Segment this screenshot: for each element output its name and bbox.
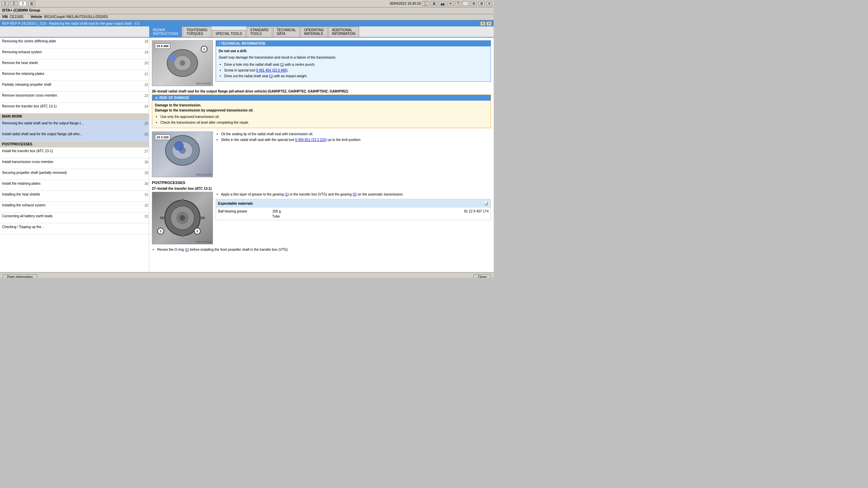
sidebar-item-install-retaining[interactable]: Install the retaining plates 30: [0, 180, 149, 191]
sidebar-item-install-cross[interactable]: Install transmission cross member. 28: [0, 158, 149, 169]
step-26-content: Oil the sealing lip of the radial shaft …: [216, 131, 491, 143]
sidebar-item-num: 29: [138, 170, 148, 175]
tab-additional-information[interactable]: ADDITIONALINFORMATION: [328, 26, 359, 37]
tab-tightening-torques[interactable]: TIGHTENINGTORQUES: [183, 26, 211, 37]
sidebar-item-label: Install transmission cross member.: [2, 160, 138, 164]
image-26-label: RB24 00468: [196, 173, 211, 176]
sidebar-item-label: Install the retaining plates: [2, 181, 138, 186]
help-icon-btn[interactable]: ?: [455, 1, 460, 6]
exp-materials-row: Ball bearing grease 100 g.Tube 81 22 9 4…: [216, 207, 491, 220]
window-tab-1[interactable]: 1: [1, 1, 9, 6]
maximize-icon-btn[interactable]: ⬜: [462, 1, 469, 6]
vehicle-label: Vehicle 8/G16/Coupé/ /N63,/AUTO/US/LL/20…: [31, 15, 108, 19]
sidebar-item-label: Partially releasing propeller shaft: [2, 82, 138, 87]
tab-special-tools[interactable]: SPECIAL TOOLS: [212, 30, 246, 37]
sidebar-item-install-heat-shields[interactable]: Installing the heat shields 31: [0, 191, 149, 202]
sidebar-item-num: 23: [138, 93, 148, 98]
sidebar-item-install-transfer[interactable]: Install the transfer box (ATC 13-1) 27: [0, 147, 149, 158]
sidebar-item-checking-topping[interactable]: Checking / Topping up the…: [0, 223, 149, 234]
sidebar-item-label: Install the transfer box (ATC 13-1): [2, 149, 138, 153]
image-25-label: RB24 00467: [196, 82, 211, 85]
sidebar-item-transmission-cross[interactable]: Remove transmission cross member. 23: [0, 92, 149, 103]
sidebar-item-remove-seal[interactable]: Removing the radial shaft seal for the o…: [0, 120, 149, 130]
pen-icon-btn[interactable]: ✏: [448, 1, 454, 6]
step-26-title: 26–Install radial shaft seal for the out…: [152, 89, 491, 93]
sidebar-item-label: Removing the radial shaft seal for the o…: [2, 121, 138, 125]
tab-repair-instructions[interactable]: REPAIRINSTRUCTIONS: [149, 26, 182, 37]
step-26-bullets: Oil the sealing lip of the radial shaft …: [221, 131, 491, 142]
risk-line-2: Damage to the transmission by unapproved…: [155, 108, 488, 113]
section-postprocesses: POSTPROCESSES: [0, 141, 149, 147]
step-27-title: 27–Install the transfer box (ATC 13-1): [152, 187, 491, 190]
sidebar-item-num: 22: [138, 82, 148, 87]
new-tab-button[interactable]: ⊞: [28, 1, 35, 6]
sidebar-item-heat-shield[interactable]: Remove the heat shield 20: [0, 59, 149, 70]
step-26-bullet-2: Strike in the radial shaft seal with the…: [221, 137, 491, 142]
sidebar-item-num: 26: [138, 132, 148, 136]
tech-steps-list: Drive a hole into the radial shaft seal …: [224, 62, 488, 79]
sidebar-item-label: Installing the exhaust system: [2, 203, 138, 207]
sidebar-item-num: 33: [138, 214, 148, 218]
step-25-image: 23 0 490 1 RB24 00467: [152, 40, 213, 86]
ref-27-1[interactable]: 1: [286, 192, 288, 196]
tab-operating-materials[interactable]: OPERATINGMATERIALS: [300, 26, 328, 37]
tab-technical-data[interactable]: TECHNICALDATA: [273, 26, 300, 37]
settings-b-btn[interactable]: ⚙: [478, 1, 485, 6]
svg-point-11: [180, 215, 185, 221]
tab-standard-tools[interactable]: STANDARDTOOLS: [246, 26, 272, 37]
risk-bullet-1: Use only the approved transmission oil.: [160, 114, 488, 119]
doc-title-nav: < >: [480, 21, 492, 26]
step-28-preview: Renew the O-ring (1) before installing t…: [152, 248, 491, 251]
risk-line-1: Damage to the transmission.: [155, 103, 488, 108]
ref-28-1[interactable]: 1: [186, 248, 188, 251]
sidebar-item-num: 30: [138, 181, 148, 186]
image-27-label: RB27 00218: [196, 240, 211, 243]
svg-rect-12: [181, 199, 184, 203]
sidebar-item-label: Remove the transfer box (ATC 13-1): [2, 104, 138, 108]
sidebar-item-label: Installing the heat shields: [2, 192, 138, 197]
sidebar[interactable]: Removing the centre stiffening plate 18 …: [0, 38, 149, 272]
tool-link-490[interactable]: 0 491 454 (23 0 490): [256, 68, 288, 72]
sidebar-item-label: Removing the centre stiffening plate: [2, 39, 138, 43]
title-bar-left: 1 2 3 ⊞: [1, 1, 35, 6]
sidebar-item-exhaust[interactable]: Removing exhaust system 19: [0, 48, 149, 59]
sidebar-item-transfer-box-remove[interactable]: Remove the transfer box (ATC 13-1) 24: [0, 103, 149, 114]
exp-info-icon: 📊: [484, 200, 489, 206]
monitor-icon-btn[interactable]: 🖥: [431, 1, 437, 6]
tool-badge-25: 23 0 490: [155, 43, 170, 49]
sidebar-item-propeller[interactable]: Partially releasing propeller shaft 22: [0, 81, 149, 92]
tech-warning: Do not use a drill.: [219, 48, 488, 54]
sidebar-item-num: 21: [138, 72, 148, 76]
sidebar-item-label: Remove the heat shield: [2, 61, 138, 65]
next-arrow-btn[interactable]: >: [486, 21, 492, 26]
info-box-body: Do not use a drill. Swarf may damage the…: [216, 46, 491, 81]
parts-information-button[interactable]: Parts information: [3, 274, 37, 278]
tech-note: Swarf may damage the transmission and re…: [219, 55, 488, 60]
home-icon-btn[interactable]: 🏠: [422, 1, 429, 6]
camera-icon-btn[interactable]: 📷: [439, 1, 446, 6]
window-tab-2[interactable]: 2: [10, 1, 18, 6]
exp-materials-title: Expendable materials: [218, 201, 253, 206]
sidebar-item-centre-stiffening[interactable]: Removing the centre stiffening plate 18: [0, 38, 149, 48]
ref-27-2[interactable]: 2: [354, 192, 356, 196]
sidebar-item-num: 24: [138, 104, 148, 108]
sidebar-item-install-seal[interactable]: Install radial shaft seal for the output…: [0, 130, 149, 141]
content-area[interactable]: 23 0 490 1 RB24 00467 i TECHNICAL INFORM…: [149, 38, 494, 272]
sidebar-item-install-exhaust[interactable]: Installing the exhaust system 32: [0, 202, 149, 212]
close-button[interactable]: Close: [473, 274, 491, 278]
app-title: ISTA+ (C)BMW Group: [2, 8, 40, 12]
settings-a-btn[interactable]: ⚙: [471, 1, 477, 6]
sidebar-item-retaining-plates[interactable]: Remove the retaining plates 21: [0, 70, 149, 81]
sidebar-item-num: 20: [138, 61, 148, 65]
ref-1b-link[interactable]: 1: [270, 74, 272, 78]
window-tab-3[interactable]: 3: [19, 1, 26, 6]
tool-link-220[interactable]: 0 494 651 (23 3 220): [295, 138, 327, 142]
sidebar-item-securing-propeller[interactable]: Securing propeller shaft (partially remo…: [0, 169, 149, 180]
sidebar-item-battery-leads[interactable]: Connecting all battery earth leads 33: [0, 212, 149, 223]
prev-arrow-btn[interactable]: <: [480, 21, 486, 26]
bottom-bar: Parts information Close: [0, 272, 494, 278]
ref-1-link[interactable]: 1: [281, 63, 283, 66]
svg-point-3: [168, 54, 176, 62]
risk-box-title: RISK OF DAMAGE: [159, 96, 189, 100]
close-icon-btn[interactable]: ✕: [486, 1, 492, 6]
